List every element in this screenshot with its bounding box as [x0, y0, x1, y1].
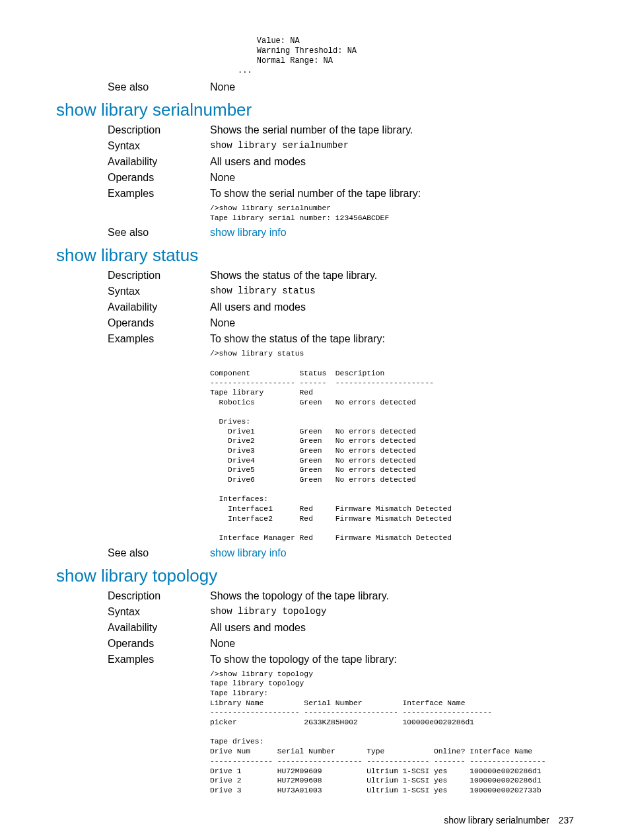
link-show-library-info[interactable]: show library info: [210, 547, 574, 559]
section-title-status: show library status: [56, 245, 574, 266]
label: See also: [56, 547, 210, 559]
row-st-availability: Availability All users and modes: [56, 301, 574, 313]
row-sn-seealso: See also show library info: [56, 227, 574, 239]
value: All users and modes: [210, 301, 574, 313]
row-st-description: Description Shows the status of the tape…: [56, 270, 574, 282]
label: Description: [56, 270, 210, 282]
value: None: [210, 317, 574, 329]
row-tp-syntax: Syntax show library topology: [56, 606, 574, 618]
section-title-serialnumber: show library serialnumber: [56, 100, 574, 120]
row-st-seealso: See also show library info: [56, 547, 574, 559]
label: See also: [56, 227, 210, 239]
example-block-st: />show library status Component Status D…: [210, 349, 574, 543]
value: None: [210, 172, 574, 184]
section-title-topology: show library topology: [56, 566, 574, 586]
value: Shows the status of the tape library.: [210, 270, 574, 282]
label-see-also: See also: [56, 81, 210, 93]
value: Shows the serial number of the tape libr…: [210, 124, 574, 136]
value: show library status: [210, 286, 574, 296]
row-tp-examples: Examples To show the topology of the tap…: [56, 654, 574, 666]
pre-top-block: Value: NA Warning Threshold: NA Normal R…: [238, 36, 574, 76]
value: All users and modes: [210, 622, 574, 634]
value: To show the topology of the tape library…: [210, 654, 574, 666]
label: Operands: [56, 638, 210, 650]
label: Syntax: [56, 140, 210, 152]
page-footer: show library serialnumber 237: [444, 815, 574, 825]
page-number: 237: [559, 815, 574, 825]
row-sn-description: Description Shows the serial number of t…: [56, 124, 574, 136]
row-tp-description: Description Shows the topology of the ta…: [56, 590, 574, 602]
value: To show the serial number of the tape li…: [210, 188, 574, 200]
value: Shows the topology of the tape library.: [210, 590, 574, 602]
value: To show the status of the tape library:: [210, 333, 574, 345]
label: Availability: [56, 301, 210, 313]
label: Examples: [56, 188, 210, 200]
label: Syntax: [56, 606, 210, 618]
link-show-library-info[interactable]: show library info: [210, 227, 574, 239]
label: Examples: [56, 333, 210, 345]
value: show library topology: [210, 606, 574, 617]
label: Description: [56, 124, 210, 136]
row-sn-syntax: Syntax show library serialnumber: [56, 140, 574, 152]
row-tp-operands: Operands None: [56, 638, 574, 650]
value: All users and modes: [210, 156, 574, 168]
value: show library serialnumber: [210, 140, 574, 151]
footer-text: show library serialnumber: [444, 815, 549, 825]
row-sn-availability: Availability All users and modes: [56, 156, 574, 168]
example-block-sn: />show library serialnumber Tape library…: [210, 204, 574, 223]
row-see-also-top: See also None: [56, 81, 574, 93]
row-tp-availability: Availability All users and modes: [56, 622, 574, 634]
label: Description: [56, 590, 210, 602]
label: Availability: [56, 622, 210, 634]
label: Examples: [56, 654, 210, 666]
row-sn-examples: Examples To show the serial number of th…: [56, 188, 574, 200]
value-see-also: None: [210, 81, 574, 93]
label: Availability: [56, 156, 210, 168]
row-sn-operands: Operands None: [56, 172, 574, 184]
row-st-operands: Operands None: [56, 317, 574, 329]
label: Operands: [56, 172, 210, 184]
row-st-syntax: Syntax show library status: [56, 286, 574, 297]
row-st-examples: Examples To show the status of the tape …: [56, 333, 574, 345]
label: Operands: [56, 317, 210, 329]
value: None: [210, 638, 574, 650]
example-block-tp: />show library topology Tape library top…: [210, 669, 574, 796]
label: Syntax: [56, 286, 210, 297]
